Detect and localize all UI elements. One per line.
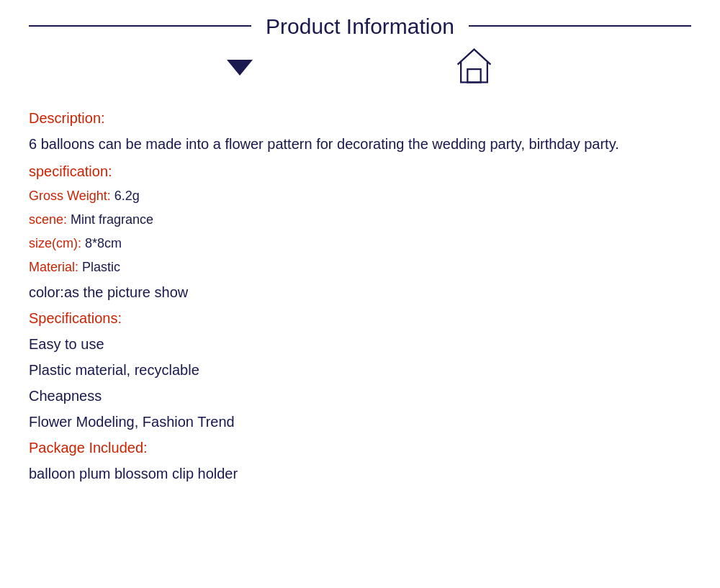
gross-weight-label: Gross Weight: — [29, 189, 111, 203]
description-text: 6 balloons can be made into a flower pat… — [29, 133, 691, 155]
size-label: size(cm): — [29, 236, 81, 250]
spec-item-1: Easy to use — [29, 333, 691, 355]
svg-rect-0 — [467, 69, 480, 82]
scene-value: Mint fragrance — [67, 212, 153, 227]
package-value: balloon plum blossom clip holder — [29, 463, 691, 484]
gross-weight-value: 6.2g — [111, 189, 140, 203]
gross-weight-line: Gross Weight: 6.2g — [29, 186, 691, 206]
spec-item-2: Plastic material, recyclable — [29, 359, 691, 381]
package-label-line: Package Included: — [29, 437, 691, 458]
spec-item-4: Flower Modeling, Fashion Trend — [29, 411, 691, 433]
color-line: color:as the picture show — [29, 281, 691, 303]
color-value: as the picture show — [64, 284, 188, 300]
color-label: color: — [29, 284, 64, 300]
description-label-line: Description: — [29, 107, 691, 129]
chevron-down-icon — [227, 60, 253, 76]
package-label: Package Included: — [29, 440, 148, 456]
house-icon — [454, 46, 494, 89]
material-label: Material: — [29, 260, 78, 274]
specification-label: specification: — [29, 163, 112, 179]
scene-label: scene: — [29, 212, 67, 227]
spec-item-3: Cheapness — [29, 385, 691, 407]
size-value: 8*8cm — [81, 236, 122, 250]
description-label: Description: — [29, 110, 105, 126]
header-icons-row — [0, 46, 720, 100]
material-value: Plastic — [78, 260, 120, 274]
product-content: Description: 6 balloons can be made into… — [0, 100, 720, 517]
header-section: Product Information — [0, 0, 720, 39]
page-title: Product Information — [251, 14, 469, 39]
specifications-label-line: Specifications: — [29, 307, 691, 329]
specifications-label: Specifications: — [29, 310, 122, 326]
scene-line: scene: Mint fragrance — [29, 210, 691, 230]
specification-label-line: specification: — [29, 160, 691, 182]
size-line: size(cm): 8*8cm — [29, 234, 691, 253]
material-line: Material: Plastic — [29, 258, 691, 277]
